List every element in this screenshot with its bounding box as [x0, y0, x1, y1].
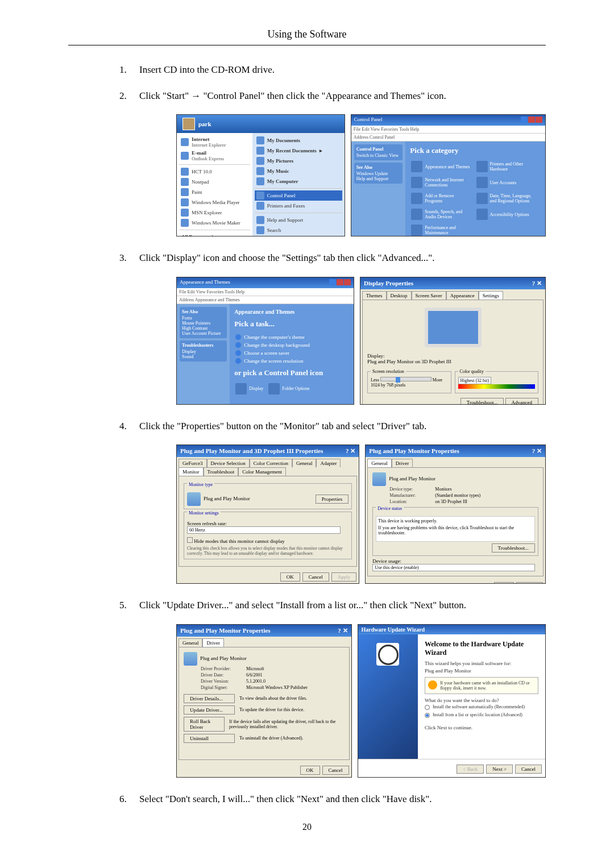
apply-button[interactable]: Apply [331, 572, 357, 582]
tab-general[interactable]: General [179, 638, 202, 647]
start-item-control-panel[interactable]: Control Panel [255, 190, 342, 201]
help-close-buttons[interactable]: ? ✕ [338, 627, 347, 634]
start-item-notepad[interactable]: Notepad [179, 177, 250, 187]
cp-icon-folder-options[interactable]: Folder Options [267, 382, 310, 396]
start-item-printers[interactable]: Printers and Faxes [255, 201, 342, 211]
monitor-name: Plug and Play Monitor [204, 496, 250, 501]
cp-icon-display[interactable]: Display [234, 382, 264, 396]
start-item-wmp[interactable]: Windows Media Player [179, 197, 250, 207]
start-item-pictures[interactable]: My Pictures [255, 156, 342, 166]
category-network[interactable]: Network and Internet Connections [410, 176, 472, 189]
tab-geforce[interactable]: GeForce3 [179, 459, 207, 467]
start-item-mydocs[interactable]: My Documents [255, 135, 342, 146]
contrast-link[interactable]: High Contrast [182, 326, 225, 331]
ok-button[interactable]: OK [300, 766, 320, 775]
help-close-buttons[interactable]: ? ✕ [346, 447, 355, 455]
menu-bar[interactable]: File Edit View Favorites Tools Help [177, 288, 354, 296]
cancel-button[interactable]: Cancel [302, 572, 329, 582]
ok-button[interactable]: OK [280, 572, 300, 582]
tab-color-correction[interactable]: Color Correction [250, 459, 292, 467]
start-all-programs[interactable]: All Programs ▶ [179, 232, 250, 236]
tab-adapter[interactable]: Adapter [316, 459, 341, 467]
start-item-moviemaker[interactable]: Windows Movie Maker [179, 218, 250, 228]
task-screensaver[interactable]: Choose a screen saver [234, 349, 349, 357]
category-performance[interactable]: Performance and Maintenance [410, 223, 472, 236]
mouse-link[interactable]: Mouse Pointers [182, 321, 225, 326]
printers-icon [476, 161, 488, 172]
properties-button[interactable]: Properties [316, 495, 349, 504]
cancel-button[interactable]: Cancel [516, 582, 543, 584]
task-change-bg[interactable]: Change the desktop background [234, 341, 349, 349]
window-buttons[interactable] [520, 117, 542, 124]
help-close-buttons[interactable]: ? ✕ [532, 280, 542, 287]
resolution-slider[interactable] [380, 377, 432, 381]
help-support-link[interactable]: Help and Support [356, 176, 401, 181]
windows-update-link[interactable]: Windows Update [356, 171, 401, 176]
category-printers[interactable]: Printers and Other Hardware [475, 160, 538, 173]
category-accessibility[interactable]: Accessibility Options [475, 207, 538, 221]
tab-driver[interactable]: Driver [202, 638, 224, 647]
tab-general[interactable]: General [292, 459, 316, 467]
address-bar[interactable]: Address Appearance and Themes [177, 296, 354, 304]
tab-desktop[interactable]: Desktop [387, 291, 412, 300]
switch-view-link[interactable]: Switch to Classic View [356, 153, 401, 158]
start-item-paint[interactable]: Paint [179, 187, 250, 197]
tab-device-selection[interactable]: Device Selection [207, 459, 250, 467]
troubleshoot-button[interactable]: Troubleshoot... [492, 543, 535, 553]
category-sound[interactable]: Sounds, Speech, and Audio Devices [410, 207, 472, 221]
tab-screensaver[interactable]: Screen Saver [412, 291, 446, 300]
category-appearance[interactable]: Appearance and Themes [410, 160, 472, 173]
ua-link[interactable]: User Account Picture [182, 331, 225, 336]
start-item-email[interactable]: E-mailOutlook Express [179, 149, 250, 163]
tab-driver[interactable]: Driver [392, 459, 413, 467]
device-usage-select[interactable]: Use this device (enable) [372, 564, 535, 571]
start-item-run[interactable]: Run... [255, 235, 342, 236]
start-item-mycomputer[interactable]: My Computer [255, 176, 342, 186]
start-item-search[interactable]: Search [255, 225, 342, 235]
troubleshoot-button[interactable]: Troubleshoot... [460, 398, 504, 405]
radio-auto-install[interactable]: Install the software automatically (Reco… [425, 703, 538, 711]
help-close-buttons[interactable]: ? ✕ [532, 447, 542, 455]
cancel-button[interactable]: Cancel [515, 765, 542, 774]
display-ts-link[interactable]: Display [182, 349, 225, 354]
tab-themes[interactable]: Themes [362, 291, 387, 300]
task-change-theme[interactable]: Change the computer's theme [234, 333, 349, 341]
tab-monitor[interactable]: Monitor [179, 467, 204, 476]
uninstall-button[interactable]: Uninstall [184, 734, 235, 743]
rollback-driver-button[interactable]: Roll Back Driver [184, 717, 225, 732]
tab-settings[interactable]: Settings [479, 291, 503, 300]
window-buttons[interactable] [329, 279, 351, 286]
advanced-button[interactable]: Advanced [505, 398, 538, 405]
sound-ts-link[interactable]: Sound [182, 354, 225, 359]
start-item-music[interactable]: My Music [255, 166, 342, 176]
update-driver-button[interactable]: Update Driver... [184, 705, 235, 715]
dialog-title: Display Properties [364, 280, 413, 287]
start-item-hct[interactable]: HCT 10.0 [179, 167, 250, 177]
tab-appearance[interactable]: Appearance [446, 291, 479, 300]
next-button[interactable]: Next > [486, 765, 513, 774]
radio-install-from-list[interactable]: Install from a list or specific location… [425, 711, 538, 719]
category-date[interactable]: Date, Time, Language, and Regional Optio… [475, 192, 538, 205]
start-item-msn[interactable]: MSN Explorer [179, 207, 250, 218]
start-item-recent[interactable]: My Recent Documents ▸ [255, 146, 342, 156]
category-add-remove[interactable]: Add or Remove Programs [410, 192, 472, 205]
menu-bar[interactable]: File Edit View Favorites Tools Help [351, 126, 545, 134]
driver-details-button[interactable]: Driver Details... [184, 694, 235, 703]
tab-general[interactable]: General [367, 459, 391, 467]
ok-button[interactable]: OK [494, 582, 514, 584]
task-resolution[interactable]: Change the screen resolution [234, 357, 349, 365]
fonts-link[interactable]: Fonts [182, 315, 225, 321]
tab-troubleshoot[interactable]: Troubleshoot [204, 467, 239, 476]
start-item-internet[interactable]: InternetInternet Explorer [179, 135, 250, 149]
start-item-help[interactable]: Help and Support [255, 215, 342, 225]
back-button[interactable]: < Back [457, 765, 484, 774]
color-quality-select[interactable]: Highest (32 bit) [458, 377, 492, 384]
hide-modes-checkbox[interactable] [187, 537, 193, 543]
tab-color-mgmt[interactable]: Color Management [238, 467, 286, 476]
refresh-rate-select[interactable]: 60 Hertz [187, 526, 341, 534]
category-user-accounts[interactable]: User Accounts [475, 176, 538, 189]
less-label: Less [371, 377, 379, 383]
address-bar[interactable]: Address Control Panel [351, 134, 545, 142]
printer-icon [256, 202, 264, 210]
cancel-button[interactable]: Cancel [322, 766, 349, 775]
